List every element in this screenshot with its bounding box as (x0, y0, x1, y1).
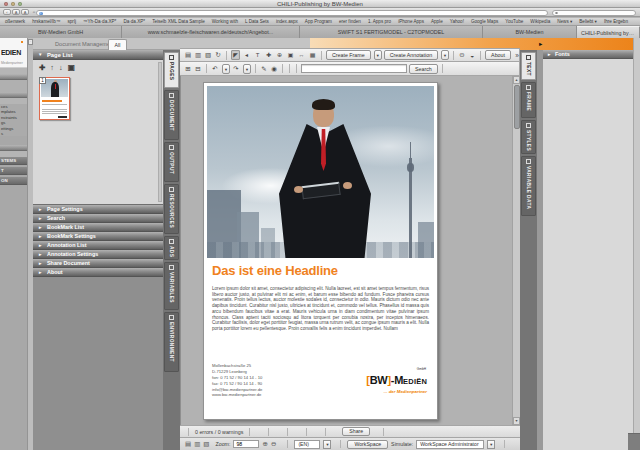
workspace-admin-dropdown[interactable]: ▼ (487, 440, 495, 449)
annotation-pen-icon[interactable]: ✎ (260, 65, 268, 73)
bookmark-item[interactable]: Google Maps (471, 19, 498, 24)
bookmark-item[interactable]: oßenwerk (5, 19, 25, 24)
redo-icon[interactable]: ↷ (232, 65, 240, 73)
canvas-scrollbar[interactable]: ▲ ▼ (512, 76, 520, 425)
save-icon[interactable]: ▤ (184, 51, 192, 59)
create-annotation-button[interactable]: Create Annotation (384, 50, 438, 60)
tab-document[interactable]: DOCUMENT (164, 90, 179, 140)
body-text-frame[interactable]: Lorem ipsum dolor sit amet, consectetur … (212, 286, 429, 332)
tab-all[interactable]: All (108, 39, 127, 50)
bookmark-item[interactable]: Apple (431, 19, 443, 24)
single-page-view-icon[interactable]: ▤ (185, 440, 191, 448)
bw-medien-logo-frame[interactable]: GmbH [BW]-MEDIËN ... der Medienpartner (366, 367, 427, 394)
bookmark-item[interactable]: Wikipedia (530, 19, 550, 24)
section-page-settings[interactable]: ►Page Settings (33, 205, 163, 214)
language-dropdown[interactable]: ▼ (323, 440, 331, 449)
browser-tab-active[interactable]: CHILI-Publishing by BW-Medien (577, 26, 640, 38)
tab-pages[interactable]: PAGES (164, 52, 179, 88)
zoom-window-button[interactable] (18, 2, 22, 6)
share-button[interactable]: Share (342, 427, 370, 436)
tab-variables[interactable]: VARIABLES (164, 262, 179, 310)
bookmark-item[interactable]: Working with (212, 19, 238, 24)
browser-tab[interactable]: www.schmaelzle-fleischwaren.de/deutsch/A… (122, 26, 300, 38)
workspace-admin-select[interactable]: WorkSpace Administrator (416, 440, 484, 449)
bookmark-item[interactable]: Beliebt ▾ (579, 19, 597, 24)
back-button[interactable]: ‹ (3, 9, 11, 15)
document-canvas[interactable]: Das ist eine Headline Lorem ipsum dolor … (180, 76, 520, 425)
section-annotation-list[interactable]: ►Annotation List (33, 241, 163, 250)
scroll-down-icon[interactable]: ▼ (513, 417, 520, 425)
hand-tool-button[interactable]: ✚ (264, 50, 273, 60)
admin-section-header[interactable]: ON (0, 177, 27, 185)
tab-resources[interactable]: RESOURCES (164, 184, 179, 234)
address-block[interactable]: Mollenbachstraße 25 D-71229 Leonberg fon… (212, 363, 262, 398)
refresh-icon[interactable]: ↻ (214, 51, 222, 59)
move-page-down-icon[interactable]: ↓ (59, 63, 63, 72)
facing-pages-view-icon[interactable]: ▥ (194, 440, 200, 448)
collapse-right-panel-button[interactable]: ► (538, 41, 543, 47)
tab-ads[interactable]: ADS (164, 236, 179, 260)
tab-styles[interactable]: STYLES (521, 120, 536, 154)
section-share-document[interactable]: ►Share Document (33, 259, 163, 268)
document-page[interactable]: Das ist eine Headline Lorem ipsum dolor … (203, 82, 438, 420)
print-icon[interactable]: ▥ (194, 51, 202, 59)
bookmark-item[interactable]: YouTube (505, 19, 523, 24)
section-annotation-settings[interactable]: ►Annotation Settings (33, 250, 163, 259)
text-larger-button[interactable]: A (21, 9, 29, 15)
section-about[interactable]: ►About (33, 268, 163, 277)
bookmark-item[interactable]: erer finden (339, 19, 361, 24)
fonts-section-header[interactable]: ► Fonts (543, 50, 633, 59)
move-page-up-icon[interactable]: ↑ (50, 63, 54, 72)
zoom-tool-button[interactable]: ⊕ (275, 50, 284, 60)
minimize-window-button[interactable] (11, 2, 15, 6)
headline-text-frame[interactable]: Das ist eine Headline (212, 263, 338, 278)
section-search[interactable]: ►Search (33, 214, 163, 223)
page-list-header[interactable]: ▼ Page List (33, 50, 163, 60)
url-bar[interactable] (36, 10, 548, 16)
browser-tab[interactable]: BW-Medien (483, 26, 577, 38)
bookmark-item[interactable]: ™Yh-Da·da.XP* (83, 19, 116, 24)
resize-corner[interactable] (628, 433, 640, 450)
revisions-icon[interactable]: ◒ (468, 52, 476, 59)
page-thumbnail[interactable]: 1 (39, 77, 70, 120)
text-tool-button[interactable]: T (253, 50, 262, 60)
redo-dropdown[interactable]: ▼ (243, 64, 251, 74)
bookmark-item[interactable]: News ▾ (557, 19, 572, 24)
fit-width-tool-button[interactable]: ↔ (297, 50, 306, 60)
bookmark-item[interactable]: Ihre Ergebn (604, 19, 628, 24)
tab-environment[interactable]: ENVIRONMENT (164, 312, 179, 372)
direct-select-tool-button[interactable]: ◂ (242, 50, 251, 60)
pointer-flag-icon[interactable]: ◉ (270, 65, 278, 73)
section-bookmark-list[interactable]: ►BookMark List (33, 223, 163, 232)
browser-tab[interactable]: BW-Medien GmbH (0, 26, 122, 38)
tab-text[interactable]: TEXT (521, 52, 536, 80)
page-list-scrollbar[interactable] (158, 62, 162, 202)
spread-view-icon[interactable]: ▧ (203, 440, 209, 448)
close-window-button[interactable] (4, 2, 8, 6)
bookmark-item[interactable]: L Data Sets (245, 19, 269, 24)
undo-icon[interactable]: ↶ (211, 65, 219, 73)
fit-page-tool-button[interactable]: ▣ (286, 50, 295, 60)
bookmark-item[interactable]: Yahoo! (450, 19, 464, 24)
browser-tab[interactable]: SWIFT S1 FERTIGMODEL - C2TOPMODEL (300, 26, 483, 38)
bookmark-item[interactable]: App Program (305, 19, 332, 24)
bookmark-item[interactable]: sprlj (68, 19, 76, 24)
scrollbar-thumb[interactable] (514, 85, 520, 129)
photo-frame[interactable] (207, 86, 434, 258)
search-input[interactable] (301, 64, 407, 73)
duplicate-page-icon[interactable]: ▣ (68, 63, 75, 72)
admin-section-header[interactable]: T (0, 167, 27, 175)
bookmark-item[interactable]: Da·da.XP* (123, 19, 145, 24)
admin-section-header[interactable]: STEMS (0, 157, 27, 165)
create-annotation-dropdown[interactable]: ▼ (441, 50, 449, 60)
create-frame-dropdown[interactable]: ▼ (374, 50, 382, 60)
bookmark-item[interactable]: index.aspx (276, 19, 298, 24)
snap-guides-icon[interactable]: ⊟ (194, 65, 202, 73)
zoom-value-input[interactable] (233, 440, 259, 448)
tab-output[interactable]: OUTPUT (164, 142, 179, 182)
scroll-up-icon[interactable]: ▲ (513, 76, 520, 84)
undo-dropdown[interactable]: ▼ (222, 64, 230, 74)
bookmark-item[interactable]: iPhone Apps (398, 19, 424, 24)
zoom-in-icon[interactable]: ⊕ (262, 440, 267, 448)
snap-grid-icon[interactable]: ⊞ (184, 65, 192, 73)
